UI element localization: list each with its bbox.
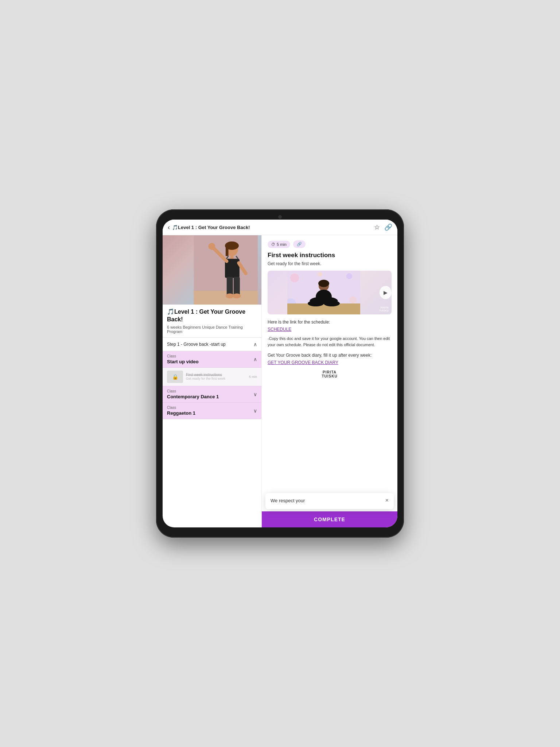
locked-thumb: 🔒 (167, 371, 183, 383)
course-thumbnail (163, 235, 261, 305)
class-reggaeton-label: Class (167, 406, 195, 410)
class-contemporary-item[interactable]: Class Contemporary Dance 1 ∨ (163, 386, 261, 403)
video-watermark: PIRITATUISKU (379, 306, 389, 313)
class-startup-label: Class (167, 354, 199, 358)
contemporary-chevron-icon: ∨ (253, 391, 257, 397)
class-contemporary-label: Class (167, 389, 219, 393)
lesson-description: Get ready for the first week. (268, 261, 392, 266)
svg-rect-10 (227, 277, 233, 296)
step-chevron-up-icon: ∧ (253, 341, 257, 347)
diary-link[interactable]: GET YOUR GROOVE BACK DIARY (268, 360, 392, 365)
video-thumb-inner (268, 271, 380, 314)
lock-icon: 🔒 (172, 374, 178, 380)
info-text: -Copy this doc and save it for your goog… (268, 336, 392, 348)
locked-item[interactable]: 🔒 First week instructions Get ready for … (163, 368, 261, 386)
tablet-frame: ‹ 🎵Level 1 : Get Your Groove Back! ☆ 🔗 (156, 209, 404, 538)
step-title: Step 1 - Groove back -start up (167, 342, 226, 347)
back-button[interactable]: ‹ (168, 224, 170, 231)
header-left: ‹ 🎵Level 1 : Get Your Groove Back! (168, 224, 250, 231)
svg-point-18 (346, 273, 352, 279)
step-header[interactable]: Step 1 - Groove back -start up ∧ (163, 337, 261, 351)
svg-rect-1 (194, 291, 258, 305)
cookie-close-button[interactable]: × (385, 498, 389, 503)
locked-info: First week instructions Get ready for th… (186, 373, 246, 380)
class-startup-content: Class Start up video (167, 354, 199, 364)
tablet-camera (278, 215, 282, 219)
video-preview-svg (287, 271, 360, 314)
clock-icon: ⏱ (271, 242, 275, 247)
svg-rect-22 (287, 303, 360, 314)
svg-rect-11 (234, 277, 240, 296)
course-title: 🎵Level 1 : Get Your Groove Back! (163, 305, 261, 325)
chain-icon: 🔗 (297, 242, 302, 247)
cookie-title: We respect your (271, 498, 305, 503)
class-reggaeton-content: Class Reggaeton 1 (167, 406, 195, 416)
tablet-screen: ‹ 🎵Level 1 : Get Your Groove Back! ☆ 🔗 (163, 220, 397, 527)
link-icon[interactable]: 🔗 (384, 223, 392, 231)
cookie-popup: We respect your × (265, 493, 394, 509)
lesson-title: First week instructions (268, 252, 392, 259)
header-title: 🎵Level 1 : Get Your Groove Back! (172, 225, 250, 230)
bookmark-icon[interactable]: ☆ (374, 223, 380, 231)
class-startup-name: Start up video (167, 359, 199, 364)
startup-chevron-icon: ∧ (253, 356, 257, 362)
class-startup-item[interactable]: Class Start up video ∧ (163, 351, 261, 368)
video-thumbnail[interactable]: ▶ PIRITATUISKU (268, 271, 392, 314)
class-contemporary-name: Contemporary Dance 1 (167, 394, 219, 399)
duration-badge: ⏱ 5 min (268, 241, 290, 248)
svg-point-21 (318, 272, 322, 276)
locked-title: First week instructions (186, 373, 246, 377)
class-reggaeton-header: Class Reggaeton 1 ∨ (167, 406, 257, 416)
right-panel: ⏱ 5 min 🔗 First week instructions Get re… (262, 235, 397, 527)
course-subtitle: 6 weeks Beginners Unique Dance Training … (163, 325, 261, 337)
pirita-logo: PIRITATUISKU (268, 370, 392, 378)
left-panel: 🎵Level 1 : Get Your Groove Back! 6 weeks… (163, 235, 262, 527)
class-reggaeton-name: Reggaeton 1 (167, 410, 195, 416)
diary-label: Get Your Groove back diary, fill it up a… (268, 353, 392, 358)
cookie-header: We respect your × (271, 498, 389, 503)
play-button[interactable]: ▶ (380, 286, 392, 299)
content-area: 🎵Level 1 : Get Your Groove Back! 6 weeks… (163, 235, 397, 527)
complete-button[interactable]: COMPLETE (262, 511, 397, 527)
lesson-meta: ⏱ 5 min 🔗 (268, 240, 392, 248)
dancer-illustration (192, 235, 258, 305)
app-header: ‹ 🎵Level 1 : Get Your Groove Back! ☆ 🔗 (163, 220, 397, 235)
svg-point-13 (233, 294, 241, 298)
svg-point-19 (349, 296, 357, 303)
class-contemporary-header: Class Contemporary Dance 1 ∨ (167, 389, 257, 399)
svg-rect-4 (226, 246, 229, 256)
locked-duration: 5 min (249, 375, 257, 379)
class-startup-header: Class Start up video ∧ (167, 354, 257, 364)
link-badge[interactable]: 🔗 (293, 240, 306, 248)
svg-point-17 (290, 274, 299, 282)
locked-subtitle: Get ready for the first week (186, 377, 246, 380)
svg-point-24 (318, 280, 329, 287)
schedule-label: Here is the link for the schedule: (268, 320, 392, 325)
schedule-link[interactable]: SCHEDULE (268, 327, 392, 332)
svg-point-8 (208, 243, 215, 250)
reggaeton-chevron-icon: ∨ (253, 408, 257, 414)
header-icons: ☆ 🔗 (374, 223, 392, 231)
duration-text: 5 min (277, 242, 287, 247)
class-reggaeton-item[interactable]: Class Reggaeton 1 ∨ (163, 403, 261, 419)
class-contemporary-content: Class Contemporary Dance 1 (167, 389, 219, 399)
